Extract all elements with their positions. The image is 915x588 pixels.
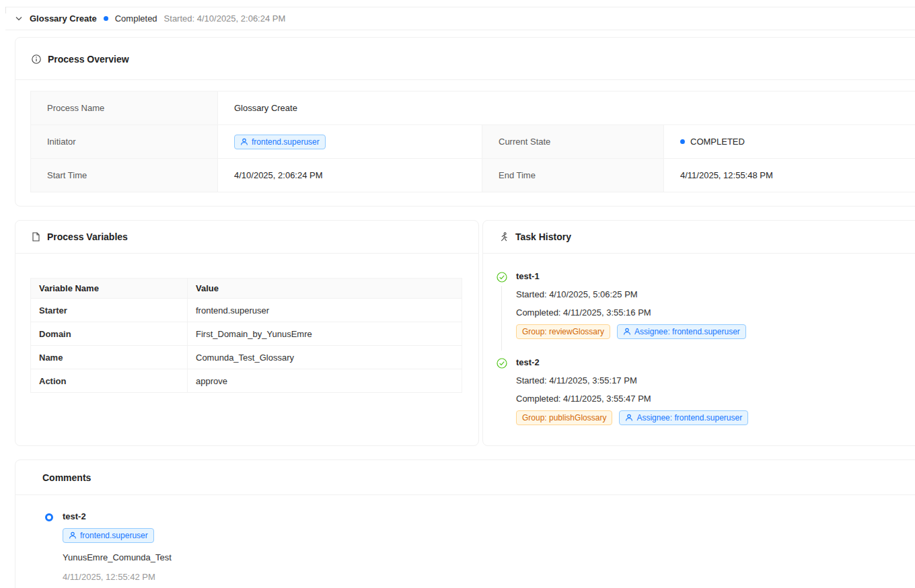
task-completed: Completed: 4/11/2025, 3:55:16 PM [516,307,746,318]
process-name-label: Process Name [31,91,218,125]
comments-body: test-2 frontend.superuser YunusEmre_Comu… [15,495,915,588]
task-started: Started: 4/11/2025, 3:55:17 PM [516,375,748,385]
user-icon [240,138,248,146]
task-history-body: test-1 Started: 4/10/2025, 5:06:25 PM Co… [483,254,915,445]
initiator-value-cell: frontend.superuser [218,125,482,159]
variable-name: Domain [31,322,188,346]
start-time-label: Start Time [31,159,218,192]
table-row: Start Time 4/10/2025, 2:06:24 PM End Tim… [31,159,915,192]
comment-user-tag: frontend.superuser [63,528,154,543]
assignee-tag-label: Assignee: frontend.superuser [634,326,740,337]
current-state-value: COMPLETED [690,137,745,147]
table-row: Domain First_Domain_by_YunusEmre [31,322,462,346]
task-history-title: Task History [515,231,571,242]
comments-header: Comments [15,460,915,495]
process-overview-header: Process Overview [15,38,915,80]
process-overview-table: Process Name Glossary Create Initiator f… [30,91,915,192]
group-tag: Group: reviewGlossary [516,324,610,339]
task-completed: Completed: 4/11/2025, 3:55:47 PM [516,394,748,404]
collapsed-panel-edge [5,7,6,13]
process-overview-title: Process Overview [48,54,129,65]
table-header-row: Variable Name Value [31,279,462,299]
assignee-tag: Assignee: frontend.superuser [617,324,746,339]
initiator-label: Initiator [31,125,218,159]
current-state-label: Current State [482,125,664,159]
group-tag: Group: publishGlossary [516,410,612,425]
process-variables-body: Variable Name Value Starter frontend.sup… [15,254,478,413]
variable-name: Action [31,369,188,393]
variable-value: First_Domain_by_YunusEmre [188,322,462,346]
table-row: Action approve [31,369,462,393]
variables-table: Variable Name Value Starter frontend.sup… [30,278,462,393]
variable-value: approve [188,369,462,393]
process-detail-page: Glossary Create Completed Started: 4/10/… [0,7,915,588]
table-row: Starter frontend.superuser [31,299,462,322]
task-history-item: test-2 Started: 4/11/2025, 3:55:17 PM Co… [497,357,915,425]
variable-value: frontend.superuser [188,299,462,322]
end-time-value: 4/11/2025, 12:55:48 PM [664,159,915,192]
start-time-value: 4/10/2025, 2:06:24 PM [218,159,482,192]
task-name: test-1 [516,271,746,281]
table-row: Process Name Glossary Create [31,91,915,125]
process-variables-card: Process Variables Variable Name Value St… [15,220,479,446]
variable-value: Comunda_Test_Glossary [188,346,462,369]
comment-user-name: frontend.superuser [80,530,148,541]
process-variables-header: Process Variables [15,221,478,254]
comment-bullet-icon [45,513,53,521]
check-circle-icon [497,272,507,339]
assignee-tag: Assignee: frontend.superuser [619,410,748,425]
task-history-item: test-1 Started: 4/10/2025, 5:06:25 PM Co… [497,271,915,339]
assignee-tag-label: Assignee: frontend.superuser [636,412,742,423]
process-title: Glossary Create [30,13,97,24]
comment-timestamp: 4/11/2025, 12:55:42 PM [63,572,172,582]
comments-title: Comments [42,472,91,483]
table-row: Name Comunda_Test_Glossary [31,346,462,369]
comments-card: Comments test-2 frontend.superuser [15,460,915,588]
running-user-icon [499,232,509,242]
started-timestamp: Started: 4/10/2025, 2:06:24 PM [164,13,286,24]
process-overview-body: Process Name Glossary Create Initiator f… [15,80,915,206]
comment-text: YunusEmre_Comunda_Test [63,552,172,562]
variable-name: Name [31,346,188,369]
process-variables-title: Process Variables [47,231,128,242]
file-icon [32,232,40,242]
user-icon [625,414,633,422]
info-circle-icon [32,54,41,64]
main-content: Process Overview Process Name Glossary C… [15,37,915,588]
task-name: test-2 [516,357,748,367]
table-row: Initiator frontend.superuser Current Sta… [31,125,915,159]
process-overview-card: Process Overview Process Name Glossary C… [15,37,915,207]
task-started: Started: 4/10/2025, 5:06:25 PM [516,289,746,299]
task-history-header: Task History [483,221,915,254]
status-dot [104,16,108,21]
process-collapse-header[interactable]: Glossary Create Completed Started: 4/10/… [5,7,915,30]
end-time-label: End Time [482,159,664,192]
check-circle-icon [497,358,507,425]
variable-name: Starter [31,299,188,322]
variable-name-column-header: Variable Name [31,279,188,299]
task-history-card: Task History test-1 Started: 4/10/2025, … [482,220,915,446]
initiator-user-tag: frontend.superuser [234,135,326,149]
status-label: Completed [115,13,157,24]
initiator-user-name: frontend.superuser [252,137,320,147]
comment-task-name: test-2 [63,511,172,521]
value-column-header: Value [188,279,462,299]
state-dot [680,139,685,144]
user-icon [69,531,77,540]
chevron-down-icon[interactable] [15,15,23,23]
comment-item: test-2 frontend.superuser YunusEmre_Comu… [45,511,915,582]
process-name-value: Glossary Create [218,91,915,125]
user-icon [623,328,631,336]
current-state-cell: COMPLETED [664,125,915,159]
